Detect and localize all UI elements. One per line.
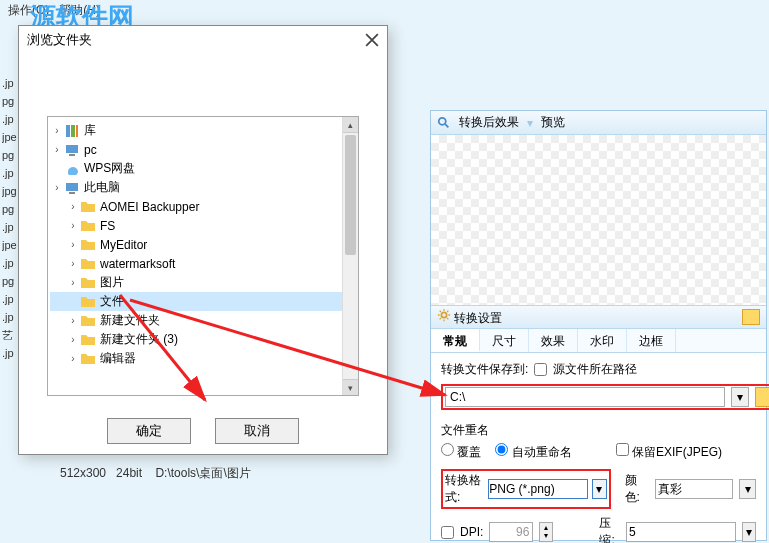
tree-item[interactable]: ›编辑器 <box>50 349 356 368</box>
gear-icon <box>437 308 451 322</box>
radio-auto-label: 自动重命名 <box>512 445 572 459</box>
save-to-label: 转换文件保存到: <box>441 361 528 378</box>
expand-icon[interactable]: › <box>66 315 80 326</box>
svg-rect-4 <box>71 125 75 137</box>
dialog-title: 浏览文件夹 <box>27 31 92 49</box>
tree-item[interactable]: ›AOMEI Backupper <box>50 197 356 216</box>
expand-icon[interactable]: › <box>50 182 64 193</box>
expand-icon[interactable]: › <box>50 144 64 155</box>
folder-tree: ›库›pcWPS网盘›此电脑›AOMEI Backupper›FS›MyEdit… <box>47 116 359 396</box>
cancel-button[interactable]: 取消 <box>215 418 299 444</box>
scroll-thumb[interactable] <box>345 135 356 255</box>
radio-auto-rename[interactable]: 自动重命名 <box>495 443 571 461</box>
folder-icon <box>80 313 96 329</box>
folder-icon <box>80 351 96 367</box>
tree-item[interactable]: ›库 <box>50 121 356 140</box>
expand-icon[interactable]: › <box>66 334 80 345</box>
tree-scrollbar[interactable]: ▴ ▾ <box>342 117 358 395</box>
tree-item[interactable]: ›新建文件夹 (3) <box>50 330 356 349</box>
rename-label: 文件重名 <box>441 422 756 439</box>
tree-item-label: FS <box>100 219 115 233</box>
radio-overwrite[interactable]: 覆盖 <box>441 443 481 461</box>
tree-item[interactable]: ›新建文件夹 <box>50 311 356 330</box>
svg-point-2 <box>441 312 446 317</box>
status-depth: 24bit <box>116 466 142 480</box>
status-path: D:\tools\桌面\图片 <box>155 466 250 480</box>
tab-常规[interactable]: 常规 <box>431 329 480 352</box>
tab-效果[interactable]: 效果 <box>529 329 578 352</box>
tree-item-label: watermarksoft <box>100 257 175 271</box>
tree-item[interactable]: ›MyEditor <box>50 235 356 254</box>
tree-item-label: 此电脑 <box>84 179 120 196</box>
close-icon[interactable] <box>365 33 379 47</box>
folder-icon <box>80 237 96 253</box>
tree-item-label: 库 <box>84 122 96 139</box>
tree-item[interactable]: WPS网盘 <box>50 159 356 178</box>
tree-item-label: AOMEI Backupper <box>100 200 199 214</box>
expand-icon[interactable]: › <box>50 125 64 136</box>
wps-icon <box>64 161 80 177</box>
svg-line-1 <box>445 123 449 127</box>
scroll-up-button[interactable]: ▴ <box>343 117 358 133</box>
folder-icon <box>80 199 96 215</box>
tree-item[interactable]: 文件 <box>50 292 356 311</box>
tree-item-label: MyEditor <box>100 238 147 252</box>
format-dropdown-button[interactable]: ▾ <box>592 479 606 499</box>
tree-item[interactable]: ›watermarksoft <box>50 254 356 273</box>
status-size: 512x300 <box>60 466 106 480</box>
color-select[interactable] <box>655 479 733 499</box>
save-path-input[interactable] <box>445 387 725 407</box>
settings-tabs: 常规尺寸效果水印边框 <box>431 329 766 353</box>
tab-水印[interactable]: 水印 <box>578 329 627 352</box>
svg-rect-5 <box>76 125 78 137</box>
postfx-label[interactable]: 转换后效果 <box>459 114 519 131</box>
expand-icon[interactable]: › <box>66 277 80 288</box>
tree-item-label: 新建文件夹 <box>100 312 160 329</box>
expand-icon[interactable]: › <box>66 220 80 231</box>
dpi-input[interactable] <box>489 522 533 542</box>
ok-button[interactable]: 确定 <box>107 418 191 444</box>
format-select[interactable] <box>488 479 588 499</box>
compression-select[interactable] <box>626 522 736 542</box>
browse-folder-button[interactable] <box>755 387 769 407</box>
format-label: 转换格式: <box>445 472 484 506</box>
folder-icon <box>80 275 96 291</box>
preview-area <box>431 135 766 305</box>
compression-dropdown-button[interactable]: ▾ <box>742 522 756 542</box>
path-dropdown-button[interactable]: ▾ <box>731 387 749 407</box>
folder-icon <box>80 332 96 348</box>
dpi-checkbox[interactable] <box>441 526 454 539</box>
expand-icon[interactable]: › <box>66 353 80 364</box>
tab-边框[interactable]: 边框 <box>627 329 676 352</box>
scroll-down-button[interactable]: ▾ <box>343 379 358 395</box>
svg-rect-6 <box>66 145 78 153</box>
dpi-spinner[interactable]: ▴▾ <box>539 522 553 542</box>
tree-item[interactable]: ›FS <box>50 216 356 235</box>
right-panel: 转换后效果 ▾ 预览 转换设置 常规尺寸效果水印边框 转换文件保存到: 源文件所… <box>430 110 767 541</box>
expand-icon[interactable]: › <box>66 258 80 269</box>
folder-icon <box>80 294 96 310</box>
compression-label: 压缩: <box>599 515 620 543</box>
tree-item[interactable]: ›pc <box>50 140 356 159</box>
tree-item[interactable]: ›此电脑 <box>50 178 356 197</box>
preview-label[interactable]: 预览 <box>541 114 565 131</box>
lib-icon <box>64 123 80 139</box>
color-label: 颜色: <box>625 472 650 506</box>
svg-rect-7 <box>69 154 75 156</box>
tree-item[interactable]: ›图片 <box>50 273 356 292</box>
keep-exif-label: 保留EXIF(JPEG) <box>632 445 722 459</box>
pc-icon <box>64 142 80 158</box>
color-dropdown-button[interactable]: ▾ <box>739 479 756 499</box>
src-path-checkbox[interactable] <box>534 363 547 376</box>
radio-overwrite-label: 覆盖 <box>457 445 481 459</box>
tab-尺寸[interactable]: 尺寸 <box>480 329 529 352</box>
browse-folder-dialog: 浏览文件夹 ›库›pcWPS网盘›此电脑›AOMEI Backupper›FS›… <box>18 25 388 455</box>
folder-icon <box>80 218 96 234</box>
expand-icon[interactable]: › <box>66 239 80 250</box>
svg-rect-9 <box>69 192 75 194</box>
expand-icon[interactable]: › <box>66 201 80 212</box>
tree-item-label: 文件 <box>100 293 124 310</box>
keep-exif-checkbox[interactable] <box>616 443 629 456</box>
tree-item-label: 新建文件夹 (3) <box>100 331 178 348</box>
settings-folder-icon[interactable] <box>742 309 760 325</box>
